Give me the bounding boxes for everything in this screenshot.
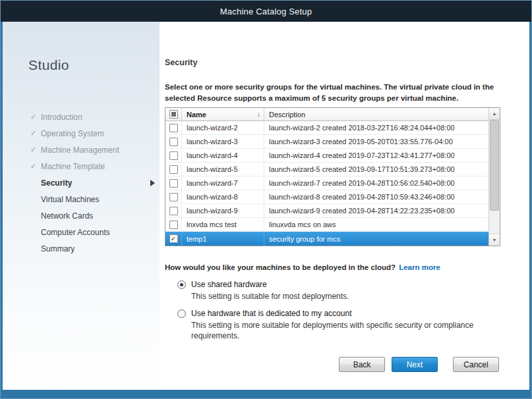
table-vertical-scrollbar[interactable]: ▲ ▼ xyxy=(488,108,500,246)
sidebar-step-computer-accounts: Computer Accounts xyxy=(3,224,160,240)
wizard-sidebar: Studio ✓ Introduction ✓ Operating System… xyxy=(3,22,160,390)
sidebar-step-introduction[interactable]: ✓ Introduction xyxy=(3,109,160,125)
cell-name: launch-wizard-4 xyxy=(182,149,264,162)
next-button[interactable]: Next xyxy=(392,357,438,372)
main-panel: Security Select one or more security gro… xyxy=(162,22,529,390)
scroll-up-button[interactable]: ▲ xyxy=(489,108,500,120)
cell-name: launch-wizard-2 xyxy=(182,121,264,134)
step-check-icon: ✓ xyxy=(30,161,36,170)
table-row[interactable]: launch-wizard-8 launch-wizard-8 created … xyxy=(165,190,488,204)
scroll-up-icon: ▲ xyxy=(492,111,497,116)
step-label: Computer Accounts xyxy=(41,228,110,237)
column-header-description[interactable]: Description xyxy=(264,108,488,120)
shared-hardware-label[interactable]: Use shared hardware xyxy=(191,280,267,289)
sidebar-step-machine-management[interactable]: ✓ Machine Management xyxy=(3,142,160,158)
back-button[interactable]: Back xyxy=(339,357,385,372)
row-checkbox[interactable] xyxy=(169,221,178,229)
step-label: Machine Template xyxy=(41,162,105,171)
step-label: Virtual Machines xyxy=(41,195,100,204)
step-label: Summary xyxy=(41,244,74,253)
table-row[interactable]: launch-wizard-4 launch-wizard-4 created … xyxy=(165,149,488,163)
cell-description: launch-wizard-5 created 2019-09-17T10:51… xyxy=(264,163,488,176)
column-header-name[interactable]: Name ↓ xyxy=(182,108,264,120)
sidebar-step-operating-system[interactable]: ✓ Operating System xyxy=(3,125,160,142)
window-title: Machine Catalog Setup xyxy=(220,7,312,16)
dedicated-hardware-radio[interactable] xyxy=(177,309,186,318)
dialog-content: Studio ✓ Introduction ✓ Operating System… xyxy=(3,22,529,390)
step-label: Machine Management xyxy=(41,146,119,155)
table-row[interactable]: launch-wizard-7 launch-wizard-7 created … xyxy=(165,176,488,190)
cell-name: launch-wizard-9 xyxy=(182,204,264,217)
header-checkbox-cell xyxy=(165,108,182,120)
cell-name: launch-wizard-5 xyxy=(182,163,264,176)
step-label: Introduction xyxy=(41,113,82,122)
title-bar[interactable]: Machine Catalog Setup xyxy=(1,1,531,22)
step-label: Operating System xyxy=(41,129,104,138)
select-all-checkbox[interactable] xyxy=(169,110,178,119)
cell-name: launch-wizard-8 xyxy=(182,190,264,203)
row-checkbox[interactable] xyxy=(169,124,178,132)
cell-description: security group for mcs xyxy=(264,232,488,246)
scroll-down-icon: ▼ xyxy=(492,238,497,242)
cell-description: linuxvda mcs on aws xyxy=(264,218,488,231)
cell-name: temp1 xyxy=(182,232,264,246)
row-checkbox[interactable] xyxy=(169,138,178,146)
cancel-button[interactable]: Cancel xyxy=(453,357,499,372)
table-row-selected[interactable]: ✓ temp1 security group for mcs xyxy=(165,232,488,246)
checkmark-icon: ✓ xyxy=(171,235,176,242)
step-check-icon: ✓ xyxy=(30,145,36,153)
dedicated-hardware-label[interactable]: Use hardware that is dedicated to my acc… xyxy=(191,309,351,318)
table-grid: Name ↓ Description launch-wizard-2 launc… xyxy=(165,108,488,246)
sidebar-step-virtual-machines: Virtual Machines xyxy=(3,191,160,207)
table-row[interactable]: launch-wizard-2 launch-wizard-2 created … xyxy=(165,121,488,135)
scroll-down-button[interactable]: ▼ xyxy=(489,234,500,246)
option-shared-hardware: Use shared hardware This setting is suit… xyxy=(177,280,500,302)
cell-description: launch-wizard-9 created 2019-04-28T14:22… xyxy=(264,204,488,217)
scrollbar-thumb[interactable] xyxy=(490,120,499,211)
row-checkbox[interactable] xyxy=(169,207,178,215)
sidebar-step-network-cards: Network Cards xyxy=(3,207,160,224)
shared-hardware-radio[interactable] xyxy=(177,280,186,289)
row-checkbox-checked[interactable]: ✓ xyxy=(169,234,178,243)
page-title: Security xyxy=(165,58,197,67)
table-row[interactable]: launch-wizard-3 launch-wizard-3 created … xyxy=(165,135,488,149)
sort-descending-icon: ↓ xyxy=(257,111,260,118)
studio-logo: Studio xyxy=(28,57,160,73)
cell-name: lnxvda mcs test xyxy=(182,218,264,231)
cell-description: launch-wizard-7 created 2019-04-28T10:56… xyxy=(264,176,488,190)
row-checkbox[interactable] xyxy=(169,165,178,174)
cell-description: launch-wizard-2 created 2018-03-22T16:48… xyxy=(264,121,488,134)
sidebar-step-security[interactable]: Security xyxy=(3,174,160,191)
shared-hardware-description: This setting is suitable for most deploy… xyxy=(191,291,500,302)
security-groups-table: Name ↓ Description launch-wizard-2 launc… xyxy=(165,107,500,246)
sidebar-step-machine-template[interactable]: ✓ Machine Template xyxy=(3,158,160,174)
table-header-row: Name ↓ Description xyxy=(165,108,488,121)
wizard-steps: ✓ Introduction ✓ Operating System ✓ Mach… xyxy=(3,109,160,257)
cell-description: launch-wizard-4 created 2019-07-23T12:43… xyxy=(264,149,488,162)
table-row[interactable]: launch-wizard-9 launch-wizard-9 created … xyxy=(165,204,488,218)
step-label: Network Cards xyxy=(41,211,93,221)
table-row[interactable]: lnxvda mcs test linuxvda mcs on aws xyxy=(165,218,488,232)
deploy-question: How would you like your machines to be d… xyxy=(165,263,440,271)
step-label: Security xyxy=(41,178,72,188)
cell-name: launch-wizard-7 xyxy=(182,176,264,190)
row-checkbox[interactable] xyxy=(169,193,178,201)
learn-more-link[interactable]: Learn more xyxy=(399,263,440,271)
option-dedicated-hardware: Use hardware that is dedicated to my acc… xyxy=(177,309,500,341)
cell-description: launch-wizard-8 created 2019-04-28T10:59… xyxy=(264,190,488,203)
step-check-icon: ✓ xyxy=(30,128,36,137)
sidebar-step-summary: Summary xyxy=(3,240,160,257)
step-check-icon: ✓ xyxy=(30,112,36,120)
machine-catalog-setup-window: Machine Catalog Setup Studio ✓ Introduct… xyxy=(0,0,532,399)
cell-name: launch-wizard-3 xyxy=(182,135,264,148)
cell-description: launch-wizard-3 created 2019-05-20T01:33… xyxy=(264,135,488,148)
dedicated-hardware-description: This setting is more suitable for deploy… xyxy=(191,320,500,341)
row-checkbox[interactable] xyxy=(169,151,178,160)
table-row[interactable]: launch-wizard-5 launch-wizard-5 created … xyxy=(165,163,488,176)
current-step-arrow-icon xyxy=(150,180,155,186)
instructions-text: Select one or more security groups for t… xyxy=(165,82,524,103)
row-checkbox[interactable] xyxy=(169,179,178,188)
